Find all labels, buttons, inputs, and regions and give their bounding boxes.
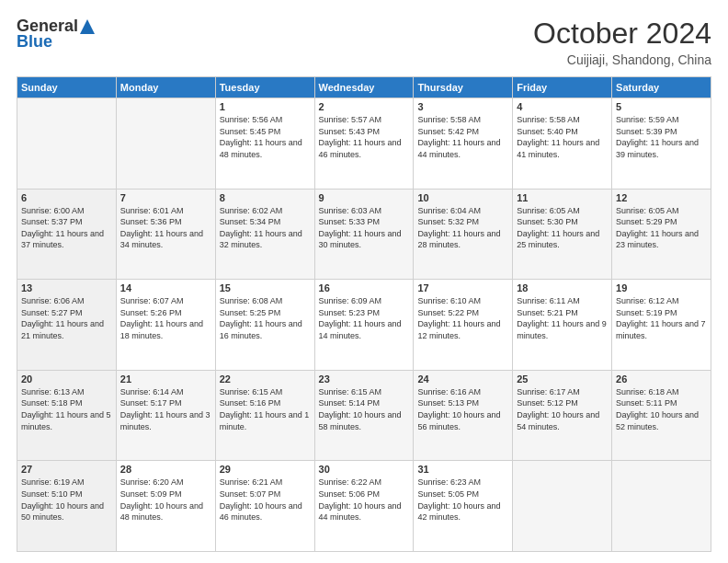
day-info: Sunrise: 5:59 AM Sunset: 5:39 PM Dayligh… [616, 114, 707, 160]
day-number: 4 [517, 101, 608, 112]
calendar-cell: 13Sunrise: 6:06 AM Sunset: 5:27 PM Dayli… [17, 280, 117, 371]
calendar-cell: 28Sunrise: 6:20 AM Sunset: 5:09 PM Dayli… [116, 461, 215, 552]
calendar-header: SundayMondayTuesdayWednesdayThursdayFrid… [17, 77, 711, 98]
day-info: Sunrise: 6:06 AM Sunset: 5:27 PM Dayligh… [21, 295, 112, 341]
day-number: 3 [417, 101, 508, 112]
calendar-week-row: 1Sunrise: 5:56 AM Sunset: 5:45 PM Daylig… [17, 98, 711, 190]
day-info: Sunrise: 6:20 AM Sunset: 5:09 PM Dayligh… [120, 477, 211, 523]
day-number: 27 [21, 464, 112, 475]
calendar-cell: 3Sunrise: 5:58 AM Sunset: 5:42 PM Daylig… [414, 98, 513, 190]
calendar-week-row: 20Sunrise: 6:13 AM Sunset: 5:18 PM Dayli… [17, 370, 711, 461]
calendar-cell: 22Sunrise: 6:15 AM Sunset: 5:16 PM Dayli… [215, 370, 314, 461]
day-number: 17 [417, 282, 508, 293]
day-number: 25 [517, 373, 608, 385]
calendar-week-row: 27Sunrise: 6:19 AM Sunset: 5:10 PM Dayli… [17, 461, 711, 552]
day-number: 31 [417, 464, 508, 475]
calendar-cell: 19Sunrise: 6:12 AM Sunset: 5:19 PM Dayli… [612, 280, 711, 371]
calendar-cell: 29Sunrise: 6:21 AM Sunset: 5:07 PM Dayli… [215, 461, 314, 552]
day-info: Sunrise: 6:03 AM Sunset: 5:33 PM Dayligh… [319, 205, 410, 251]
calendar-cell: 18Sunrise: 6:11 AM Sunset: 5:21 PM Dayli… [513, 280, 612, 371]
calendar-body: 1Sunrise: 5:56 AM Sunset: 5:45 PM Daylig… [17, 98, 711, 552]
calendar-cell [17, 98, 117, 190]
day-number: 11 [517, 192, 608, 203]
calendar-cell: 2Sunrise: 5:57 AM Sunset: 5:43 PM Daylig… [314, 98, 414, 190]
day-number: 21 [120, 373, 211, 385]
calendar-cell: 23Sunrise: 6:15 AM Sunset: 5:14 PM Dayli… [314, 370, 414, 461]
day-number: 20 [21, 373, 112, 385]
calendar-cell: 12Sunrise: 6:05 AM Sunset: 5:29 PM Dayli… [612, 189, 711, 280]
calendar-cell: 15Sunrise: 6:08 AM Sunset: 5:25 PM Dayli… [215, 280, 314, 371]
day-number: 22 [220, 373, 311, 385]
day-number: 19 [616, 282, 707, 293]
calendar-cell: 17Sunrise: 6:10 AM Sunset: 5:22 PM Dayli… [414, 280, 513, 371]
day-number: 24 [417, 373, 508, 385]
day-number: 29 [220, 464, 311, 475]
calendar-cell: 21Sunrise: 6:14 AM Sunset: 5:17 PM Dayli… [116, 370, 215, 461]
day-info: Sunrise: 5:58 AM Sunset: 5:42 PM Dayligh… [417, 114, 508, 160]
day-info: Sunrise: 6:09 AM Sunset: 5:23 PM Dayligh… [319, 295, 410, 341]
calendar-cell: 7Sunrise: 6:01 AM Sunset: 5:36 PM Daylig… [116, 189, 215, 280]
calendar-cell: 6Sunrise: 6:00 AM Sunset: 5:37 PM Daylig… [17, 189, 117, 280]
calendar-cell: 14Sunrise: 6:07 AM Sunset: 5:26 PM Dayli… [116, 280, 215, 371]
day-number: 6 [21, 192, 112, 203]
day-info: Sunrise: 6:00 AM Sunset: 5:37 PM Dayligh… [21, 205, 112, 251]
day-info: Sunrise: 6:12 AM Sunset: 5:19 PM Dayligh… [616, 295, 707, 341]
day-number: 23 [319, 373, 410, 385]
logo: General Blue [17, 17, 97, 52]
weekday-header-row: SundayMondayTuesdayWednesdayThursdayFrid… [17, 77, 711, 98]
day-info: Sunrise: 6:14 AM Sunset: 5:17 PM Dayligh… [120, 386, 211, 432]
day-number: 18 [517, 282, 608, 293]
calendar-cell: 27Sunrise: 6:19 AM Sunset: 5:10 PM Dayli… [17, 461, 117, 552]
weekday-header-tuesday: Tuesday [215, 77, 314, 98]
day-number: 15 [220, 282, 311, 293]
calendar-cell [612, 461, 711, 552]
svg-marker-0 [80, 19, 95, 34]
day-number: 1 [220, 101, 311, 112]
calendar-cell [116, 98, 215, 190]
day-number: 8 [220, 192, 311, 203]
day-info: Sunrise: 6:02 AM Sunset: 5:34 PM Dayligh… [220, 205, 311, 251]
calendar-table: SundayMondayTuesdayWednesdayThursdayFrid… [17, 76, 711, 552]
weekday-header-wednesday: Wednesday [314, 77, 414, 98]
calendar-week-row: 13Sunrise: 6:06 AM Sunset: 5:27 PM Dayli… [17, 280, 711, 371]
calendar-cell: 5Sunrise: 5:59 AM Sunset: 5:39 PM Daylig… [612, 98, 711, 190]
logo-blue: Blue [17, 32, 52, 52]
day-info: Sunrise: 5:57 AM Sunset: 5:43 PM Dayligh… [319, 114, 410, 160]
day-info: Sunrise: 6:18 AM Sunset: 5:11 PM Dayligh… [616, 386, 707, 432]
calendar-cell: 16Sunrise: 6:09 AM Sunset: 5:23 PM Dayli… [314, 280, 414, 371]
day-info: Sunrise: 6:01 AM Sunset: 5:36 PM Dayligh… [120, 205, 211, 251]
month-title: October 2024 [533, 17, 711, 51]
day-info: Sunrise: 6:17 AM Sunset: 5:12 PM Dayligh… [517, 386, 608, 432]
location: Cuijiaji, Shandong, China [533, 52, 711, 67]
calendar-cell: 4Sunrise: 5:58 AM Sunset: 5:40 PM Daylig… [513, 98, 612, 190]
weekday-header-friday: Friday [513, 77, 612, 98]
day-number: 30 [319, 464, 410, 475]
weekday-header-saturday: Saturday [612, 77, 711, 98]
day-info: Sunrise: 6:08 AM Sunset: 5:25 PM Dayligh… [220, 295, 311, 341]
calendar-cell: 10Sunrise: 6:04 AM Sunset: 5:32 PM Dayli… [414, 189, 513, 280]
day-number: 2 [319, 101, 410, 112]
day-info: Sunrise: 5:58 AM Sunset: 5:40 PM Dayligh… [517, 114, 608, 160]
weekday-header-sunday: Sunday [17, 77, 117, 98]
day-info: Sunrise: 6:07 AM Sunset: 5:26 PM Dayligh… [120, 295, 211, 341]
day-number: 9 [319, 192, 410, 203]
calendar-cell: 25Sunrise: 6:17 AM Sunset: 5:12 PM Dayli… [513, 370, 612, 461]
calendar-cell: 1Sunrise: 5:56 AM Sunset: 5:45 PM Daylig… [215, 98, 314, 190]
day-info: Sunrise: 6:15 AM Sunset: 5:16 PM Dayligh… [220, 386, 311, 432]
day-info: Sunrise: 6:16 AM Sunset: 5:13 PM Dayligh… [417, 386, 508, 432]
calendar-cell: 20Sunrise: 6:13 AM Sunset: 5:18 PM Dayli… [17, 370, 117, 461]
day-info: Sunrise: 6:11 AM Sunset: 5:21 PM Dayligh… [517, 295, 608, 341]
header: General Blue October 2024 Cuijiaji, Shan… [17, 17, 711, 67]
calendar-cell: 30Sunrise: 6:22 AM Sunset: 5:06 PM Dayli… [314, 461, 414, 552]
day-info: Sunrise: 6:22 AM Sunset: 5:06 PM Dayligh… [319, 477, 410, 523]
logo-triangle-icon [79, 18, 96, 35]
day-info: Sunrise: 6:19 AM Sunset: 5:10 PM Dayligh… [21, 477, 112, 523]
day-number: 5 [616, 101, 707, 112]
day-info: Sunrise: 6:23 AM Sunset: 5:05 PM Dayligh… [417, 477, 508, 523]
day-info: Sunrise: 6:05 AM Sunset: 5:30 PM Dayligh… [517, 205, 608, 251]
day-number: 7 [120, 192, 211, 203]
day-info: Sunrise: 6:05 AM Sunset: 5:29 PM Dayligh… [616, 205, 707, 251]
calendar-cell: 26Sunrise: 6:18 AM Sunset: 5:11 PM Dayli… [612, 370, 711, 461]
day-number: 10 [417, 192, 508, 203]
day-number: 16 [319, 282, 410, 293]
